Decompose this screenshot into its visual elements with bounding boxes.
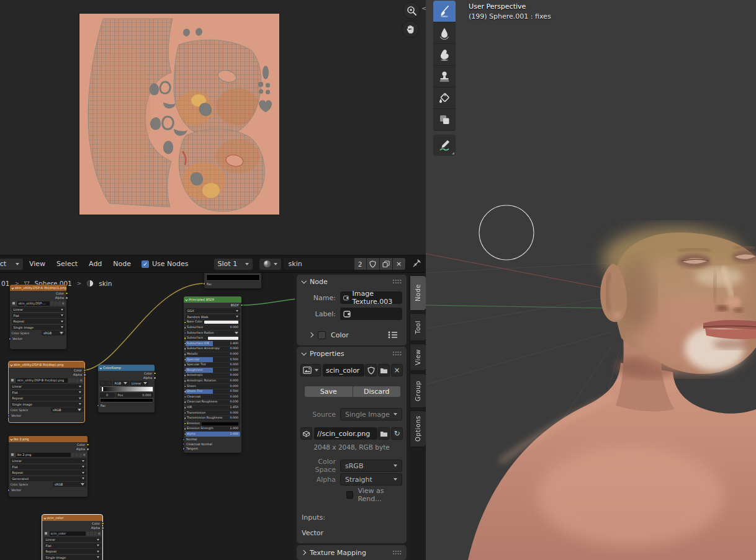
socket-color-out[interactable]: [101, 522, 104, 525]
node-image-texture-lko[interactable]: lko 2.png Color Alpha lko 2.png × Linear…: [9, 436, 88, 497]
view-as-render-checkbox[interactable]: [346, 491, 353, 499]
extension-select[interactable]: Repeat: [12, 319, 65, 324]
node-image-texture-dsp-b[interactable]: skin_utility.DSP-B lfo(disp).png Color A…: [9, 362, 84, 422]
bsdf-row-metallic[interactable]: Metallic0.000: [186, 352, 240, 357]
projection-select[interactable]: Flat: [44, 543, 101, 548]
socket-in[interactable]: [182, 438, 186, 442]
tab-node[interactable]: Node: [410, 275, 426, 311]
slot-select[interactable]: Slot 1: [214, 258, 253, 270]
socket-vector-in[interactable]: [9, 337, 12, 340]
save-button[interactable]: Save: [305, 386, 353, 397]
bsdf-row-ior[interactable]: IOR1.450: [186, 406, 240, 411]
stop-index-field[interactable]: 0: [100, 393, 115, 398]
breadcrumb-material[interactable]: skin: [99, 280, 112, 287]
pan-button[interactable]: [402, 20, 419, 38]
projection-select[interactable]: Flat: [12, 313, 65, 318]
extension-select[interactable]: Repeat: [11, 396, 83, 401]
socket-color-out[interactable]: [65, 292, 68, 295]
texture-mapping-header[interactable]: Texture Mapping: [297, 545, 407, 560]
filepath-field[interactable]: //scin_color.png: [314, 427, 377, 440]
socket-color-out[interactable]: [86, 443, 89, 447]
interpolation-select[interactable]: Linear: [44, 537, 101, 542]
browse-image-button[interactable]: [300, 364, 321, 376]
subsurface-method-select[interactable]: Random Walk: [186, 314, 240, 319]
menu-add[interactable]: Add: [83, 260, 107, 268]
menu-view[interactable]: View: [24, 260, 51, 268]
bsdf-row-specular[interactable]: Specular0.500: [186, 357, 240, 362]
source-select[interactable]: Generated: [11, 476, 86, 481]
socket-color-out[interactable]: [153, 372, 156, 375]
colorspace-select[interactable]: sRGB: [42, 331, 65, 336]
breadcrumb-object[interactable]: 01: [1, 280, 9, 287]
socket-bsdf-out[interactable]: [240, 304, 243, 307]
bsdf-row-alpha[interactable]: Alpha1.000: [186, 432, 240, 437]
bsdf-row-clearcoat-roughness[interactable]: Clearcoat Roughness0.030: [186, 400, 240, 405]
stop-position-field[interactable]: Pos0.000: [116, 393, 153, 398]
color-swatch[interactable]: [208, 337, 238, 340]
colorspace-select[interactable]: sRGB: [53, 482, 86, 487]
tab-group[interactable]: Group: [410, 373, 426, 408]
node-panel-header[interactable]: Node: [297, 275, 407, 288]
tab-view[interactable]: View: [410, 344, 426, 371]
node-label-field[interactable]: [340, 308, 402, 320]
panel-grip[interactable]: [392, 550, 402, 555]
material-name-field[interactable]: skin: [284, 260, 354, 268]
tool-draw-button[interactable]: [433, 1, 456, 22]
tool-mask-button[interactable]: [433, 109, 456, 131]
interpolation-select[interactable]: Linear: [12, 307, 65, 312]
bsdf-row-clearcoat[interactable]: Clearcoat0.000: [186, 394, 240, 399]
source-select[interactable]: Single Image: [12, 325, 65, 330]
bsdf-row-sheen[interactable]: Sheen0.000: [186, 384, 240, 389]
bsdf-row-subsurface-anisotropy[interactable]: Subsurface Anisotropy0.000: [186, 347, 240, 352]
ramp-interp-select[interactable]: Linear: [130, 381, 148, 386]
tab-options[interactable]: Options: [410, 411, 426, 447]
remove-stop-button[interactable]: [106, 381, 112, 386]
socket-in[interactable]: [182, 447, 186, 450]
extension-select[interactable]: Repeat: [44, 549, 101, 554]
source-select[interactable]: Single Image: [340, 408, 402, 420]
source-select[interactable]: Single Image: [44, 555, 101, 560]
pack-image-button[interactable]: [300, 427, 312, 440]
menu-select[interactable]: Select: [51, 260, 83, 268]
colorspace-select[interactable]: sRGB: [51, 407, 83, 412]
socket-color-out[interactable]: [83, 369, 86, 372]
tool-annotate-button[interactable]: [433, 135, 456, 156]
fake-user-shield-button[interactable]: [365, 364, 377, 376]
node-color-swatch[interactable]: [318, 331, 326, 339]
list-icon[interactable]: [388, 331, 398, 339]
image-datablock-selector[interactable]: skin_utility.DSP-... ×: [12, 301, 65, 306]
bsdf-row-transmission-roughness[interactable]: Transmission Roughness0.000: [186, 416, 240, 421]
color-swatch[interactable]: [202, 422, 238, 425]
use-nodes-checkbox[interactable]: ✓ Use Nodes: [142, 260, 189, 268]
interpolation-select[interactable]: Linear: [11, 458, 86, 463]
image-datablock-selector[interactable]: lko 2.png ×: [11, 453, 86, 458]
node-colorramp[interactable]: ColorRamp Color Alpha RGB Linear 0 Pos0.…: [98, 365, 155, 412]
unlink-material-button[interactable]: ×: [392, 258, 405, 270]
node-name-field[interactable]: Image Texture.003: [340, 291, 402, 304]
image-datablock-selector[interactable]: scin_color ×: [44, 531, 101, 536]
add-stop-button[interactable]: [100, 381, 106, 386]
color-swatch[interactable]: [204, 321, 238, 324]
bsdf-row-base-color[interactable]: Base Color: [186, 320, 240, 325]
node-color-row[interactable]: Color: [297, 329, 407, 341]
node-image-texture-dsp-a[interactable]: skin_utility.DSP-A lfo(drip)1.png Color …: [10, 285, 66, 349]
shader-type-select[interactable]: ect: [0, 258, 24, 270]
bsdf-row-subsurface[interactable]: Subsurface0.000: [186, 326, 240, 331]
zoom-in-button[interactable]: [403, 2, 420, 19]
panel-grip[interactable]: [392, 279, 402, 284]
users-count-button[interactable]: 2: [354, 258, 366, 270]
bsdf-row-transmission[interactable]: Transmission0.000: [186, 411, 240, 416]
discard-button[interactable]: Discard: [353, 386, 401, 397]
extension-select[interactable]: Repeat: [11, 470, 86, 475]
socket-vector-in[interactable]: [7, 489, 11, 492]
color-ramp-gradient[interactable]: [100, 386, 153, 392]
node-colorramp-partial[interactable]: Fac: [204, 273, 261, 288]
socket-alpha-out[interactable]: [83, 373, 86, 376]
projection-select[interactable]: Flat: [11, 390, 83, 395]
pin-button[interactable]: [412, 259, 421, 270]
tab-tool[interactable]: Tool: [410, 313, 426, 341]
socket-alpha-out[interactable]: [153, 376, 156, 380]
bsdf-row-anisotropic[interactable]: Anisotropic0.000: [186, 373, 240, 378]
node-image-texture-scin-color[interactable]: scin_color Color Alpha scin_color × Line…: [42, 515, 102, 560]
alpha-select[interactable]: Straight: [340, 473, 402, 486]
